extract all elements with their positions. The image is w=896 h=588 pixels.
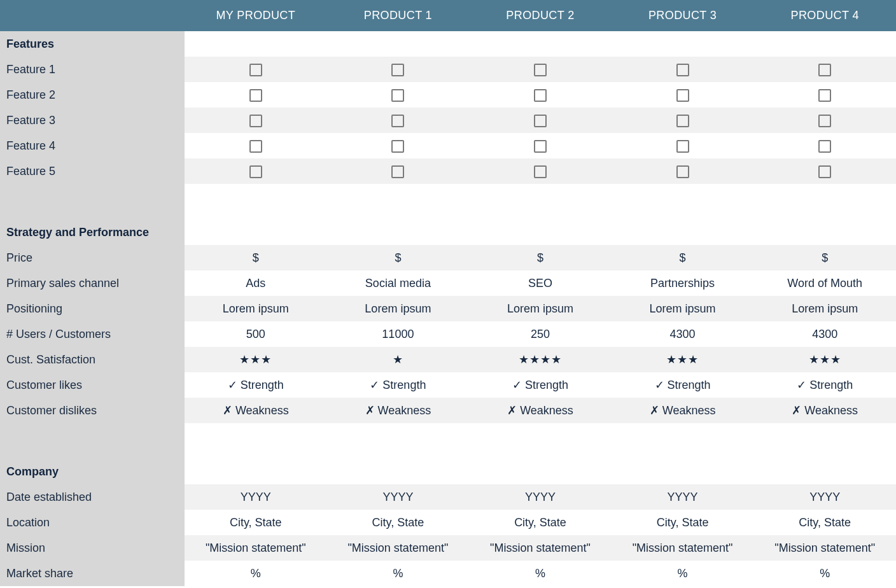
cell [327,459,470,484]
cell: $ [612,245,754,270]
cell [612,459,754,484]
row-label: Primary sales channel [0,270,185,296]
cell: City, State [185,510,327,535]
cell: 4300 [612,321,754,347]
row-label: Location [0,510,185,535]
cell [185,158,327,184]
cell: $ [185,245,327,270]
cell [469,82,612,108]
cell: 11000 [327,321,470,347]
checkbox-icon[interactable] [534,140,547,153]
cell [612,133,754,158]
checkbox-icon[interactable] [818,64,831,76]
cell [753,57,896,82]
cell [612,31,754,57]
checkbox-icon[interactable] [534,64,547,76]
cell: ✓ Strength [327,372,470,398]
cell: YYYY [753,484,896,510]
row-label: Feature 1 [0,57,185,82]
row-label: Price [0,245,185,270]
table-row: # Users / Customers5001100025043004300 [0,321,896,347]
checkbox-icon[interactable] [676,140,689,153]
checkbox-icon[interactable] [676,165,689,178]
checkbox-icon[interactable] [676,64,689,76]
cell: Social media [327,270,470,296]
row-label: Positioning [0,296,185,321]
cell: Lorem ipsum [469,296,612,321]
table-row: Cust. Satisfaction★★★★★★★★★★★★★★ [0,347,896,372]
cell: 500 [185,321,327,347]
checkbox-icon[interactable] [249,64,262,76]
cell [185,108,327,133]
table-row: Date establishedYYYYYYYYYYYYYYYYYYYY [0,484,896,510]
checkbox-icon[interactable] [249,165,262,178]
comparison-table: MY PRODUCT PRODUCT 1 PRODUCT 2 PRODUCT 3… [0,0,896,586]
checkbox-icon[interactable] [818,115,831,127]
checkbox-icon[interactable] [391,89,404,102]
cell [469,31,612,57]
row-label: Customer dislikes [0,398,185,423]
cell [185,220,327,245]
checkbox-icon[interactable] [818,165,831,178]
cell [327,82,470,108]
cell: % [469,561,612,586]
cell: YYYY [185,484,327,510]
checkbox-icon[interactable] [534,115,547,127]
spacer-row [0,184,896,202]
checkbox-icon[interactable] [818,140,831,153]
cell [612,57,754,82]
star-rating: ★★★ [239,353,272,366]
checkbox-icon[interactable] [391,115,404,127]
cell [185,423,327,441]
cell [327,108,470,133]
cell: ✓ Strength [469,372,612,398]
table-row: LocationCity, StateCity, StateCity, Stat… [0,510,896,535]
cell [185,133,327,158]
cell [327,441,470,459]
cell [753,108,896,133]
checkbox-icon[interactable] [249,115,262,127]
table-row: Feature 1 [0,57,896,82]
section-heading: Features [0,31,185,57]
checkbox-icon[interactable] [534,165,547,178]
column-header: MY PRODUCT [185,0,327,31]
row-label: Cust. Satisfaction [0,347,185,372]
row-label [0,441,185,459]
cell [469,423,612,441]
checkbox-icon[interactable] [676,89,689,102]
checkbox-icon[interactable] [676,115,689,127]
cell [469,57,612,82]
cell: ✗ Weakness [753,398,896,423]
cell: YYYY [612,484,754,510]
cell: ✓ Strength [612,372,754,398]
row-label: Mission [0,535,185,561]
cell [753,202,896,220]
cell [185,57,327,82]
cell [185,459,327,484]
cell [753,441,896,459]
cell [469,158,612,184]
cell: "Mission statement" [327,535,470,561]
row-label [0,423,185,441]
cell [753,459,896,484]
row-label: Feature 4 [0,133,185,158]
checkbox-icon[interactable] [249,89,262,102]
checkbox-icon[interactable] [249,140,262,153]
spacer-row [0,202,896,220]
checkbox-icon[interactable] [391,64,404,76]
cell [327,202,470,220]
header-blank [0,0,185,31]
cell [469,184,612,202]
table-row: Mission"Mission statement""Mission state… [0,535,896,561]
checkbox-icon[interactable] [818,89,831,102]
table-row: Price$$$$$ [0,245,896,270]
cell [327,133,470,158]
star-rating: ★★★ [809,353,841,366]
cell: City, State [753,510,896,535]
cell [612,108,754,133]
cell [185,441,327,459]
cell: YYYY [469,484,612,510]
checkbox-icon[interactable] [391,140,404,153]
checkbox-icon[interactable] [534,89,547,102]
checkbox-icon[interactable] [391,165,404,178]
